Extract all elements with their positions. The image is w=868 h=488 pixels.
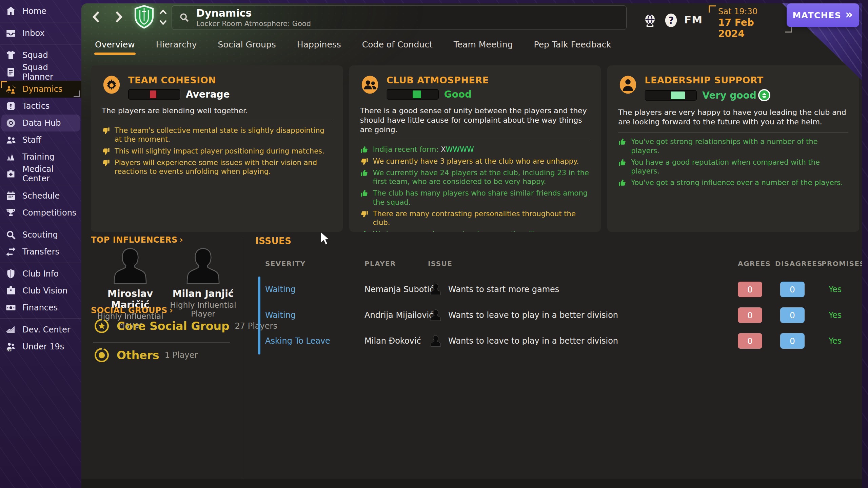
sidebar-item-competitions[interactable]: Competitions <box>0 204 81 221</box>
data-hub-icon <box>5 117 17 129</box>
sidebar-item-club-info[interactable]: Club Info <box>0 265 81 282</box>
social-group-core[interactable]: Core Social Group 27 Players <box>94 318 277 334</box>
agrees-badge: 0 <box>738 307 762 323</box>
list-item: The club has many players who share simi… <box>360 189 590 207</box>
issue-row-subotic[interactable]: Waiting Nemanja Subotić Wants to start m… <box>258 277 859 302</box>
panel-title: CLUB ATMOSPHERE <box>387 75 489 85</box>
player-silhouette-icon <box>105 246 156 286</box>
list-item: Inđija recent form: XWWWW <box>360 145 590 154</box>
player-silhouette-icon <box>428 331 443 351</box>
search-bar[interactable]: Dynamics Locker Room Atmosphere: Good <box>172 5 627 30</box>
sidebar-item-dynamics[interactable]: Dynamics <box>0 81 81 98</box>
influencer-miroslav-maricic[interactable]: Miroslav Maričić Highly Influential Play… <box>96 246 164 329</box>
club-atmosphere-bar <box>387 89 439 100</box>
calendar-icon <box>5 190 17 202</box>
top-influencers-list: Miroslav Maričić Highly Influential Play… <box>96 246 237 329</box>
tactics-icon <box>5 100 17 112</box>
club-badge[interactable] <box>133 5 155 28</box>
club-atmosphere-panel: CLUB ATMOSPHERE Good There is a good sen… <box>349 65 601 232</box>
matches-button[interactable]: MATCHES » <box>787 3 859 27</box>
sidebar-item-under-19s[interactable]: U19 Under 19s <box>0 338 81 355</box>
thumbs-up-icon <box>360 230 369 232</box>
sidebar-item-inbox[interactable]: Inbox <box>0 25 81 42</box>
tab-happiness[interactable]: Happiness <box>297 40 341 51</box>
issue-text: Wants to start more games <box>448 285 559 294</box>
back-button[interactable] <box>89 9 104 24</box>
influencer-name: Milan Janjić <box>169 288 237 299</box>
sidebar-item-training[interactable]: Training <box>0 148 81 165</box>
tab-overview[interactable]: Overview <box>95 40 135 51</box>
sidebar-item-finances[interactable]: Finances <box>0 299 81 316</box>
sidebar-item-tactics[interactable]: Tactics <box>0 98 81 115</box>
list-item: You've got strong relationships with a n… <box>618 137 848 155</box>
sidebar-item-scouting[interactable]: Scouting <box>0 226 81 243</box>
thumbs-down-icon <box>102 126 110 135</box>
globe-icon <box>642 12 658 28</box>
chevron-right-icon: › <box>170 306 173 315</box>
social-groups-header[interactable]: SOCIAL GROUPS› <box>91 306 173 315</box>
status-label: Average <box>186 89 230 100</box>
tab-team-meeting[interactable]: Team Meeting <box>454 40 513 51</box>
disagrees-badge: 0 <box>780 282 805 297</box>
agrees-badge: 0 <box>738 333 762 349</box>
sidebar-item-squad[interactable]: Squad <box>0 47 81 64</box>
chevron-left-icon <box>89 9 104 24</box>
thumbs-up-icon <box>618 158 627 167</box>
briefcase-icon <box>5 285 17 297</box>
clipboard-icon <box>5 66 17 78</box>
column-agrees: AGREES <box>738 260 762 268</box>
bar-fill <box>413 90 421 98</box>
bottom-strip <box>81 479 862 488</box>
help-button[interactable]: ? <box>663 12 679 28</box>
game-date: Sat 19:30 17 Feb 2024 <box>711 5 783 31</box>
magnifier-icon <box>5 229 17 241</box>
sidebar-item-dev-center[interactable]: Dev. Center <box>0 321 81 338</box>
issue-row-mijailovic[interactable]: Waiting Andrija Mijailović Wants to leav… <box>258 302 859 328</box>
list-item: This will slightly impact player positio… <box>102 147 332 156</box>
sidebar-item-home[interactable]: Home <box>0 3 81 20</box>
tab-hierarchy[interactable]: Hierarchy <box>156 40 197 51</box>
issue-row-djokovic[interactable]: Asking To Leave Milan Đoković Wants to l… <box>258 328 859 354</box>
game-time: Sat 19:30 <box>718 7 757 16</box>
fm-logo[interactable]: FM <box>684 14 703 26</box>
tab-code-of-conduct[interactable]: Code of Conduct <box>362 40 433 51</box>
issue-text: Wants to leave to play in a better divis… <box>448 336 618 346</box>
divider <box>0 185 81 185</box>
dynamics-icon <box>5 83 17 95</box>
home-icon <box>5 5 17 17</box>
tab-social-groups[interactable]: Social Groups <box>218 40 276 51</box>
chevron-right-icon <box>111 9 126 24</box>
date-bracket-icon <box>709 5 716 13</box>
sidebar-item-data-hub[interactable]: Data Hub <box>1 115 80 131</box>
dot-circle-icon <box>94 347 110 363</box>
sidebar-item-schedule[interactable]: Schedule <box>0 187 81 204</box>
sidebar-item-transfers[interactable]: Transfers <box>0 243 81 260</box>
tab-pep-talk-feedback[interactable]: Pep Talk Feedback <box>534 40 611 51</box>
leadership-support-panel: LEADERSHIP SUPPORT Very good The players… <box>607 65 859 232</box>
forward-button[interactable] <box>111 9 126 24</box>
chevron-right-icon: › <box>180 235 183 245</box>
influencer-milan-janjic[interactable]: Milan Janjić Highly Influential Player <box>169 246 237 329</box>
world-button[interactable] <box>642 12 658 28</box>
sidebar-item-squad-planner[interactable]: Squad Planner <box>0 64 81 81</box>
sidebar-item-medical-center[interactable]: Medical Center <box>0 165 81 182</box>
sidebar-item-staff[interactable]: Staff <box>0 131 81 148</box>
column-promises: PROMISES <box>822 260 849 268</box>
banknote-icon <box>5 302 17 314</box>
divider <box>0 44 81 44</box>
list-item: The team's collective mental state is sl… <box>102 126 332 144</box>
content-panel: Dynamics Locker Room Atmosphere: Good ? … <box>81 3 862 488</box>
club-switch-arrows[interactable] <box>159 7 167 27</box>
status-label: Good <box>444 89 472 100</box>
player-silhouette-icon <box>428 305 443 325</box>
social-group-others[interactable]: Others 1 Player <box>94 347 198 363</box>
top-influencers-header[interactable]: TOP INFLUENCERS› <box>91 235 183 245</box>
leadership-support-icon <box>618 75 638 95</box>
sidebar-item-club-vision[interactable]: Club Vision <box>0 282 81 299</box>
shirt-icon <box>5 49 17 61</box>
club-atmosphere-icon <box>360 75 380 95</box>
summary-cards: TEAM COHESION Average The players are bl… <box>91 65 859 232</box>
issue-player-name: Nemanja Subotić <box>364 285 434 294</box>
divider <box>0 319 81 319</box>
panel-title: TEAM COHESION <box>128 75 230 85</box>
